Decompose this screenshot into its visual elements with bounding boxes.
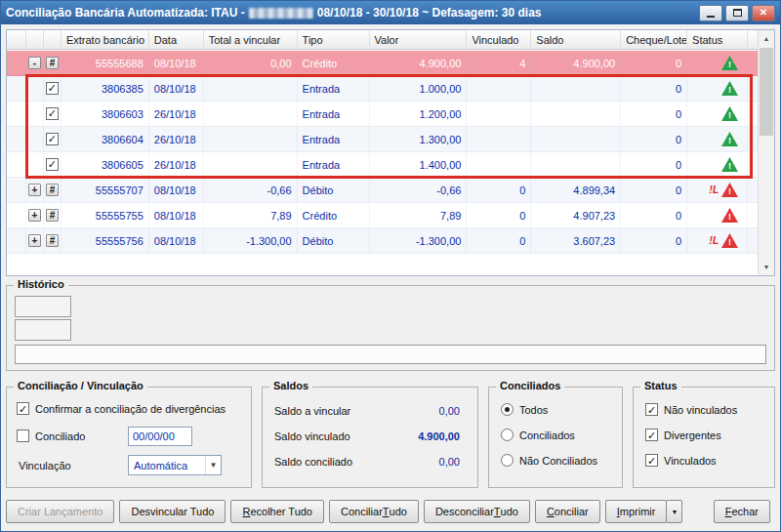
status-alert-icon: !	[721, 183, 738, 197]
status-alert-icon: !	[721, 233, 738, 248]
radio-conciliados[interactable]	[501, 429, 514, 441]
radio-row-nao-conciliados: Não Conciliados	[501, 454, 597, 467]
hash-button[interactable]: #	[46, 234, 59, 247]
minimize-button[interactable]	[699, 5, 722, 21]
historico-field-wide[interactable]	[15, 345, 766, 364]
cell-data: 08/10/18	[149, 51, 204, 75]
cell-data: 08/10/18	[149, 228, 204, 253]
confirm-divergencias-checkbox[interactable]: ✓	[17, 402, 29, 415]
hash-button[interactable]: #	[46, 57, 59, 69]
grid-row-55555688[interactable]: -#5555568808/10/180,00Crédito4.900,0044.…	[7, 51, 758, 76]
row-checkbox[interactable]: ✓	[46, 82, 59, 95]
row-checkbox[interactable]: ✓	[46, 133, 59, 145]
column-header-total-a-vincular[interactable]: Total a vincular	[204, 30, 298, 49]
titlebar[interactable]: Conciliação Bancária Automatizada: ITAU …	[1, 1, 780, 24]
collapse-row-button[interactable]: -	[28, 57, 41, 69]
column-header-saldo[interactable]: Saldo	[531, 30, 621, 49]
vertical-scrollbar[interactable]: ▲ ▼	[758, 30, 774, 275]
desvincular-tudo-button[interactable]: Desvincular Tudo	[119, 500, 226, 523]
cell-saldo: 4.907,23	[531, 203, 621, 227]
grid-row-3806603[interactable]: ✓380660326/10/18Entrada1.200,000!	[7, 102, 758, 127]
conciliados-title: Conciliados	[496, 380, 564, 391]
cell-status: !	[687, 127, 748, 151]
conciliar-tudo-button[interactable]: Conciliar Tudo	[329, 500, 419, 523]
radio-row-conciliados: Conciliados	[501, 429, 575, 441]
confirm-divergencias-row: ✓ Confirmar a conciliação de divergência…	[17, 402, 226, 415]
row-checkbox[interactable]: ✓	[46, 107, 59, 120]
expand-row-button[interactable]: +	[28, 184, 41, 196]
scroll-down-button[interactable]: ▼	[759, 259, 774, 275]
grid-row-55555755[interactable]: +#5555575508/10/187,89Crédito7,8904.907,…	[7, 203, 758, 228]
fechar-button[interactable]: Fechar	[714, 500, 770, 523]
grid-row-3806605[interactable]: ✓380660526/10/18Entrada1.400,000!	[7, 152, 758, 178]
saldo-conciliado-value: 0,00	[439, 456, 460, 468]
expand-row-button[interactable]: +	[28, 234, 41, 247]
button-row: Criar LançamentoDesvincular TudoRecolher…	[6, 500, 775, 523]
desconciliar-tudo-button[interactable]: Desconciliar Tudo	[424, 500, 530, 523]
cell-total	[204, 152, 298, 177]
cell-total: 7,89	[204, 203, 298, 227]
grid-row-3806385[interactable]: ✓380638508/10/18Entrada1.000,000!	[7, 76, 758, 102]
vinculacao-select[interactable]: Automática ▼	[128, 455, 222, 475]
status-ok-icon: !	[721, 81, 738, 96]
column-header-vinculado[interactable]: Vinculado	[467, 30, 531, 49]
column-header-tipo[interactable]: Tipo	[298, 30, 370, 49]
column-header-valor[interactable]: Valor	[370, 30, 468, 49]
checkbox-row-vinculados: ✓ Vinculados	[645, 454, 717, 467]
checkbox-nao-vinculados-label: Não vinculados	[664, 404, 737, 416]
column-header-data[interactable]: Data	[149, 30, 204, 49]
scroll-thumb[interactable]	[760, 48, 773, 136]
cell-total: -1.300,00	[204, 228, 298, 253]
grid-row-55555707[interactable]: +#5555570708/10/18-0,66Débito-0,6604.899…	[7, 178, 758, 203]
historico-field-2	[15, 319, 71, 341]
conciliado-checkbox[interactable]	[17, 430, 29, 442]
saldo-vinculado-label: Saldo vinculado	[274, 430, 350, 442]
cell-total	[204, 76, 298, 101]
vinculacao-selected-value: Automática	[134, 460, 187, 471]
cell-valor: 4.900,00	[370, 51, 468, 75]
cell-saldo	[531, 127, 621, 151]
recolher-tudo-button[interactable]: Recolher Tudo	[230, 500, 324, 523]
scroll-up-button[interactable]: ▲	[759, 30, 774, 47]
column-header-extrato-bancario[interactable]: Extrato bancário	[62, 30, 149, 49]
options-groups: Conciliação / Vinculação ✓ Confirmar a c…	[6, 387, 775, 488]
column-header-cheque-lote[interactable]: Cheque/Lote	[621, 30, 687, 49]
cell-saldo: 4.900,00	[531, 51, 621, 75]
radio-todos[interactable]	[501, 403, 514, 416]
hash-button[interactable]: #	[46, 184, 59, 196]
cell-tipo: Débito	[298, 228, 370, 253]
chevron-down-icon[interactable]: ▼	[205, 456, 221, 474]
conciliar-button[interactable]: Conciliar	[535, 500, 600, 523]
grid-row-55555756[interactable]: +#5555575608/10/18-1.300,00Débito-1.300,…	[7, 228, 758, 254]
checkbox-vinculados[interactable]: ✓	[645, 454, 658, 467]
conciliacao-group: Conciliação / Vinculação ✓ Confirmar a c…	[6, 387, 252, 488]
checkbox-divergentes[interactable]: ✓	[645, 429, 658, 441]
cell-status: !	[687, 76, 748, 101]
expand-row-button[interactable]: +	[28, 209, 41, 222]
cell-tipo: Crédito	[298, 51, 370, 75]
radio-nao-conciliados[interactable]	[501, 454, 514, 467]
cell-vinculado	[467, 76, 531, 101]
checkbox-nao-vinculados[interactable]: ✓	[645, 403, 658, 416]
imprimir-button-dropdown[interactable]: ▼	[666, 500, 682, 523]
maximize-button[interactable]	[725, 5, 749, 21]
checkbox-row-divergentes: ✓ Divergentes	[645, 429, 721, 441]
close-button[interactable]: ✕	[752, 5, 775, 21]
conciliado-date-input[interactable]: 00/00/00	[128, 427, 192, 446]
cell-cheque-lote: 0	[621, 102, 687, 126]
cell-total	[204, 102, 298, 126]
cell-vinculado: 0	[467, 178, 531, 202]
imprimir-button[interactable]: Imprimir	[605, 500, 668, 523]
cell-extrato: 55555755	[62, 203, 149, 227]
criar-lancamento-button[interactable]: Criar Lançamento	[6, 500, 114, 523]
column-header-status[interactable]: Status	[687, 30, 748, 49]
cell-valor: 1.400,00	[370, 152, 468, 177]
status-filter-group: Status ✓ Não vinculados ✓ Divergentes ✓ …	[633, 387, 775, 488]
row-checkbox[interactable]: ✓	[46, 158, 59, 171]
divergence-flag: !L	[710, 235, 719, 246]
hash-button[interactable]: #	[46, 209, 59, 222]
cell-vinculado: 0	[467, 228, 531, 253]
cell-saldo: 4.899,34	[531, 178, 621, 202]
grid-row-3806604[interactable]: ✓380660426/10/18Entrada1.300,000!	[7, 127, 758, 152]
cell-cheque-lote: 0	[621, 178, 687, 202]
